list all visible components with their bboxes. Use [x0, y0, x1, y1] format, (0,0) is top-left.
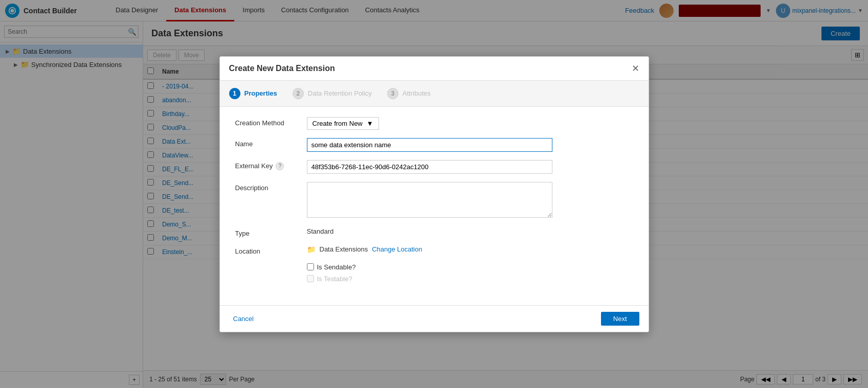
external-key-help-icon[interactable]: ? — [276, 162, 284, 170]
creation-method-row: Creation Method Create from New ▼ — [235, 117, 633, 130]
type-label: Type — [235, 227, 307, 237]
change-location-link[interactable]: Change Location — [372, 245, 422, 253]
description-control — [307, 182, 552, 219]
creation-method-label: Creation Method — [235, 117, 307, 127]
step-label-data-retention: Data Retention Policy — [308, 89, 372, 97]
sendable-control: Is Sendable? Is Testable? — [307, 263, 552, 287]
location-label: Location — [235, 245, 307, 255]
external-key-input[interactable] — [307, 160, 552, 174]
name-row: Name — [235, 138, 633, 152]
sendable-label-spacer — [235, 263, 307, 265]
external-key-row: External Key ? — [235, 160, 633, 174]
modal-body: Creation Method Create from New ▼ Name — [220, 107, 649, 305]
name-control — [307, 138, 552, 152]
type-control: Standard — [307, 227, 552, 235]
is-testable-label: Is Testable? — [317, 275, 352, 283]
location-folder-icon: 📁 — [307, 245, 316, 254]
create-data-extension-modal: Create New Data Extension ✕ 1 Properties… — [219, 56, 649, 332]
location-display: 📁 Data Extensions Change Location — [307, 245, 552, 254]
external-key-label: External Key ? — [235, 160, 307, 170]
wizard-steps: 1 Properties 2 Data Retention Policy 3 A… — [220, 81, 649, 107]
creation-method-value: Create from New — [313, 120, 363, 127]
next-button[interactable]: Next — [601, 312, 639, 326]
step-num-1: 1 — [229, 88, 240, 99]
modal-title: Create New Data Extension — [229, 64, 335, 73]
step-num-2: 2 — [293, 88, 304, 99]
sendable-row: Is Sendable? Is Testable? — [235, 263, 633, 287]
creation-method-arrow: ▼ — [367, 120, 373, 127]
is-testable-checkbox[interactable] — [307, 275, 314, 282]
modal-header: Create New Data Extension ✕ — [220, 57, 649, 81]
description-label: Description — [235, 182, 307, 192]
location-row: Location 📁 Data Extensions Change Locati… — [235, 245, 633, 255]
step-label-attributes: Attributes — [403, 89, 431, 97]
description-textarea[interactable] — [307, 182, 552, 218]
creation-method-control: Create from New ▼ — [307, 117, 552, 130]
type-value: Standard — [307, 225, 334, 235]
location-control: 📁 Data Extensions Change Location — [307, 245, 552, 254]
step-label-properties: Properties — [244, 89, 277, 97]
modal-close-button[interactable]: ✕ — [632, 64, 639, 73]
name-input[interactable] — [307, 138, 552, 152]
step-properties[interactable]: 1 Properties — [229, 88, 277, 99]
modal-overlay: Create New Data Extension ✕ 1 Properties… — [0, 0, 868, 388]
type-row: Type Standard — [235, 227, 633, 237]
step-num-3: 3 — [387, 88, 398, 99]
description-row: Description — [235, 182, 633, 219]
is-sendable-checkbox[interactable] — [307, 263, 314, 270]
name-label: Name — [235, 138, 307, 148]
is-sendable-row: Is Sendable? — [307, 263, 552, 271]
external-key-control — [307, 160, 552, 174]
modal-footer: Cancel Next — [220, 305, 649, 332]
is-sendable-label: Is Sendable? — [317, 263, 356, 271]
step-attributes[interactable]: 3 Attributes — [387, 88, 431, 99]
creation-method-dropdown[interactable]: Create from New ▼ — [307, 117, 379, 130]
step-data-retention[interactable]: 2 Data Retention Policy — [293, 88, 372, 99]
cancel-button[interactable]: Cancel — [229, 313, 258, 325]
location-folder-name: Data Extensions — [320, 245, 368, 253]
is-testable-row: Is Testable? — [307, 275, 552, 283]
